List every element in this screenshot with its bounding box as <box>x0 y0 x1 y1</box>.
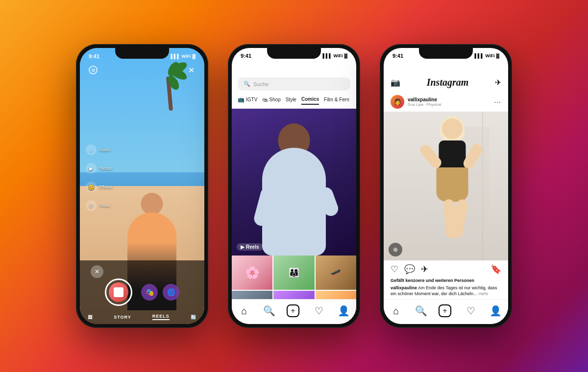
search-icon: 🔍 <box>244 81 250 87</box>
style-label: Style <box>286 97 296 102</box>
audio-label: Audio <box>99 147 110 152</box>
timer-label: Timer <box>99 203 110 208</box>
igtv-tab[interactable]: 📺 IGTV <box>238 94 257 105</box>
nav-add-2[interactable]: + <box>287 304 301 317</box>
instagram-logo: Instagram <box>427 77 469 88</box>
tempo-control[interactable]: ▶ Tempo <box>86 163 113 174</box>
record-button[interactable] <box>105 279 132 306</box>
post-image: ⊕ <box>384 112 508 260</box>
wifi-icon-2: WiFi <box>334 53 343 58</box>
signal-icon-1: ▌▌▌ <box>171 54 180 59</box>
thumb-0[interactable]: 🌸 <box>232 256 272 290</box>
gallery-icon: 🖼 <box>88 315 93 320</box>
likes-username[interactable]: kenzoere <box>406 278 425 283</box>
save-overlay-button[interactable]: ⊕ <box>389 243 402 256</box>
category-tabs: 📺 IGTV 🛍 Shop Style Comics Film & Fern <box>238 94 350 105</box>
mode-tabs: 🖼 STORY REELS 🔄 <box>80 314 204 320</box>
nav-search-3[interactable]: 🔍 <box>414 305 428 317</box>
like-button[interactable]: ♡ <box>391 264 398 275</box>
style-tab[interactable]: Style <box>286 94 296 105</box>
dance-head <box>442 118 463 139</box>
effects-label: Effekte <box>99 185 113 189</box>
audio-control[interactable]: ♪ Audio <box>86 144 113 155</box>
comics-tab[interactable]: Comics <box>301 94 319 105</box>
nav-home-3[interactable]: ⌂ <box>389 305 403 317</box>
caption-more[interactable]: mehr <box>478 291 489 296</box>
flash-button[interactable]: ⚙ <box>87 64 99 76</box>
nav-home-2[interactable]: ⌂ <box>237 305 251 317</box>
timer-control[interactable]: ⏱ Timer <box>86 200 113 211</box>
reels-text: Reels <box>246 244 259 250</box>
caption-username[interactable]: vallixpauline <box>391 285 417 290</box>
dance-top <box>439 140 466 170</box>
nav-profile-3[interactable]: 👤 <box>489 305 503 317</box>
thumb-5[interactable] <box>316 291 356 299</box>
post-more-button[interactable]: ··· <box>494 98 501 106</box>
effect-buttons: 🎭 🌀 <box>141 284 179 301</box>
record-button-inner <box>109 282 128 302</box>
phone-2-screen: 9:41 ▌▌▌ WiFi ▓ 🔍 Suche 📺 IGTV <box>232 48 356 324</box>
cancel-recording-button[interactable]: ✕ <box>91 265 103 278</box>
effects-control[interactable]: 😊 Effekte <box>86 182 113 192</box>
effect-button-2[interactable]: 🌀 <box>163 284 179 301</box>
comics-label: Comics <box>301 96 319 102</box>
post-likes: Gefällt kenzoere und weiteren Personen <box>384 278 508 283</box>
nav-profile-2[interactable]: 👤 <box>337 305 351 317</box>
nav-add-3[interactable]: + <box>439 304 453 317</box>
share-button[interactable]: ✈ <box>421 264 428 275</box>
search-header: 🔍 Suche 📺 IGTV 🛍 Shop Style <box>232 62 356 109</box>
svg-text:⚙: ⚙ <box>91 68 96 73</box>
status-icons-2: ▌▌▌ WiFi ▓ <box>322 53 347 58</box>
thumb-3[interactable] <box>232 291 272 299</box>
nav-search-2[interactable]: 🔍 <box>262 305 276 317</box>
instagram-feed: 9:41 ▌▌▌ WiFi ▓ 📷 Instagram ✈ 👩 <box>384 48 508 324</box>
igtv-icon: 📺 <box>238 96 245 103</box>
instagram-header: 📷 Instagram ✈ <box>384 61 508 92</box>
post-avatar[interactable]: 👩 <box>391 95 404 109</box>
phone-3: 9:41 ▌▌▌ WiFi ▓ 📷 Instagram ✈ 👩 <box>380 44 512 328</box>
person-head <box>141 193 163 215</box>
camera-flip-icon[interactable]: 🔄 <box>191 315 196 320</box>
explore-screen: 9:41 ▌▌▌ WiFi ▓ 🔍 Suche 📺 IGTV <box>232 48 356 324</box>
action-left-buttons: ♡ 💬 ✈ <box>391 264 428 275</box>
story-tab[interactable]: STORY <box>114 315 131 320</box>
battery-icon-2: ▓ <box>344 53 347 58</box>
post-caption: vallixpauline Am Ende des Tages ist nur … <box>384 283 508 299</box>
phone-2: 9:41 ▌▌▌ WiFi ▓ 🔍 Suche 📺 IGTV <box>228 44 360 328</box>
explore-grid: 🌸 👨‍👩‍👧 🛹 <box>232 256 356 299</box>
shop-tab[interactable]: 🛍 Shop <box>262 94 280 105</box>
recording-controls: ✕ 🎭 🌀 🖼 STORY REELS � <box>80 260 204 324</box>
notch-2 <box>267 48 321 59</box>
search-bar[interactable]: 🔍 Suche <box>238 77 350 91</box>
close-button[interactable]: ✕ <box>185 64 197 76</box>
palm-tree <box>156 62 186 111</box>
avatar-emoji: 👩 <box>394 98 401 105</box>
likes-text: Gefällt <box>391 278 404 283</box>
effects-icon: 😊 <box>86 182 97 192</box>
hoodie-person <box>255 114 333 256</box>
post-user: 👩 vallixpauline Dua Lipa · Physical <box>391 95 441 109</box>
bottom-nav-3: ⌂ 🔍 + ♡ 👤 <box>384 299 508 324</box>
effect-button-1[interactable]: 🎭 <box>141 284 158 301</box>
post-username[interactable]: vallixpauline <box>408 97 441 102</box>
thumb-2[interactable]: 🛹 <box>316 256 356 290</box>
bookmark-button[interactable]: 🔖 <box>490 264 501 275</box>
wifi-icon-3: WiFi <box>486 53 495 58</box>
thumb-4[interactable] <box>273 291 314 299</box>
comment-button[interactable]: 💬 <box>404 264 415 275</box>
reels-icon: ▶ <box>241 244 245 250</box>
film-tab[interactable]: Film & Fern <box>324 94 349 105</box>
timer-icon: ⏱ <box>86 200 97 211</box>
reels-tab[interactable]: REELS <box>152 314 170 320</box>
reels-featured-video[interactable]: ▶ Reels <box>232 109 356 256</box>
send-header-icon[interactable]: ✈ <box>495 78 501 87</box>
beach-background: ⚙ ✕ ♪ Audio ▶ Tempo 😊 Effekte <box>80 48 204 324</box>
nav-heart-3[interactable]: ♡ <box>464 305 478 317</box>
thumb-1[interactable]: 👨‍👩‍👧 <box>273 256 314 290</box>
camera-header-icon[interactable]: 📷 <box>391 78 400 87</box>
status-icons-3: ▌▌▌ WiFi ▓ <box>474 53 499 58</box>
notch-3 <box>419 48 473 59</box>
reels-label: ▶ Reels <box>237 243 263 251</box>
nav-heart-2[interactable]: ♡ <box>312 305 326 317</box>
status-icons-1: ▌▌▌ WiFi ▓ <box>171 54 196 59</box>
